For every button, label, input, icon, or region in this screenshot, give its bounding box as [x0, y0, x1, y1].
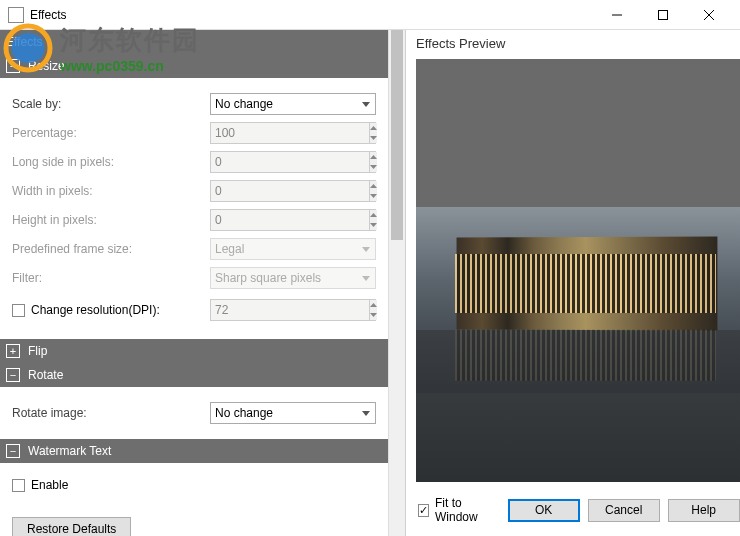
- dpi-label: Change resolution(DPI):: [31, 303, 160, 317]
- ok-button[interactable]: OK: [508, 499, 580, 522]
- rotate-image-select[interactable]: No change: [210, 402, 376, 424]
- svg-rect-1: [659, 10, 668, 19]
- dpi-input: [211, 300, 369, 320]
- svg-marker-5: [370, 126, 377, 130]
- frame-size-select: Legal: [210, 238, 376, 260]
- spinner-down-icon: [370, 220, 377, 230]
- restore-defaults-button[interactable]: Restore Defaults: [12, 517, 131, 536]
- section-label: Watermark Text: [28, 444, 111, 458]
- collapse-icon[interactable]: −: [6, 444, 20, 458]
- dpi-spinner: [210, 299, 376, 321]
- height-label: Height in pixels:: [12, 213, 210, 227]
- long-side-label: Long side in pixels:: [12, 155, 210, 169]
- scale-by-select[interactable]: No change: [210, 93, 376, 115]
- spinner-up-icon: [370, 123, 377, 133]
- app-icon: [8, 7, 24, 23]
- fit-to-window-label: Fit to Window: [435, 496, 480, 524]
- window-title: Effects: [30, 8, 594, 22]
- svg-marker-13: [370, 303, 377, 307]
- spinner-down-icon: [370, 191, 377, 201]
- maximize-button[interactable]: [640, 1, 686, 29]
- rotate-image-label: Rotate image:: [12, 406, 210, 420]
- filter-select: Sharp square pixels: [210, 267, 376, 289]
- scrollbar-thumb[interactable]: [391, 30, 403, 240]
- section-label: Rotate: [28, 368, 63, 382]
- svg-marker-8: [370, 165, 377, 169]
- section-label: Resize: [28, 59, 65, 73]
- collapse-icon[interactable]: −: [6, 368, 20, 382]
- section-header-resize[interactable]: − Resize: [0, 54, 388, 78]
- height-spinner: [210, 209, 376, 231]
- preview-title: Effects Preview: [406, 30, 740, 55]
- help-button[interactable]: Help: [668, 499, 740, 522]
- spinner-down-icon: [370, 310, 377, 320]
- section-header-rotate[interactable]: − Rotate: [0, 363, 388, 387]
- spinner-up-icon: [370, 152, 377, 162]
- scale-by-label: Scale by:: [12, 97, 210, 111]
- titlebar: Effects: [0, 0, 740, 30]
- section-header-watermark-text[interactable]: − Watermark Text: [0, 439, 388, 463]
- collapse-icon[interactable]: −: [6, 59, 20, 73]
- width-spinner: [210, 180, 376, 202]
- section-label: Effects: [6, 35, 42, 49]
- preview-panel: Effects Preview Fit to Window OK Cancel …: [405, 30, 740, 536]
- filter-label: Filter:: [12, 271, 210, 285]
- spinner-up-icon: [370, 300, 377, 310]
- long-side-input: [211, 152, 369, 172]
- watermark-enable-checkbox[interactable]: [12, 479, 25, 492]
- minimize-button[interactable]: [594, 1, 640, 29]
- spinner-up-icon: [370, 210, 377, 220]
- svg-marker-6: [370, 136, 377, 140]
- expand-icon[interactable]: +: [6, 344, 20, 358]
- spinner-down-icon: [370, 162, 377, 172]
- percentage-label: Percentage:: [12, 126, 210, 140]
- svg-marker-14: [370, 313, 377, 317]
- svg-marker-9: [370, 184, 377, 188]
- cancel-button[interactable]: Cancel: [588, 499, 660, 522]
- section-header-effects: Effects: [0, 30, 388, 54]
- svg-marker-11: [370, 213, 377, 217]
- dpi-checkbox[interactable]: [12, 304, 25, 317]
- fit-to-window-checkbox[interactable]: [418, 504, 429, 517]
- section-header-flip[interactable]: + Flip: [0, 339, 388, 363]
- spinner-up-icon: [370, 181, 377, 191]
- spinner-down-icon: [370, 133, 377, 143]
- percentage-spinner: [210, 122, 376, 144]
- vertical-scrollbar[interactable]: [388, 30, 405, 536]
- width-label: Width in pixels:: [12, 184, 210, 198]
- svg-marker-12: [370, 223, 377, 227]
- preview-image: [416, 59, 740, 482]
- width-input: [211, 181, 369, 201]
- svg-marker-10: [370, 194, 377, 198]
- close-button[interactable]: [686, 1, 732, 29]
- svg-marker-7: [370, 155, 377, 159]
- long-side-spinner: [210, 151, 376, 173]
- section-label: Flip: [28, 344, 47, 358]
- height-input: [211, 210, 369, 230]
- frame-size-label: Predefined frame size:: [12, 242, 210, 256]
- watermark-enable-label: Enable: [31, 478, 68, 492]
- effects-panel: Effects − Resize Scale by: No change: [0, 30, 405, 536]
- percentage-input: [211, 123, 369, 143]
